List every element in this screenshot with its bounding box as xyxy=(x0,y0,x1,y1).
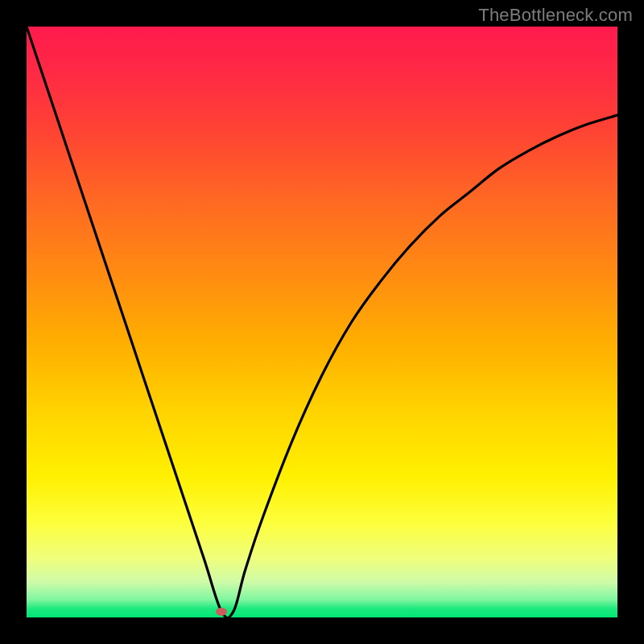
watermark-text: TheBottleneck.com xyxy=(478,5,633,26)
chart-frame: TheBottleneck.com xyxy=(0,0,644,644)
bottleneck-curve xyxy=(27,27,617,617)
plot-area xyxy=(27,27,617,617)
optimal-point-marker xyxy=(216,608,227,616)
